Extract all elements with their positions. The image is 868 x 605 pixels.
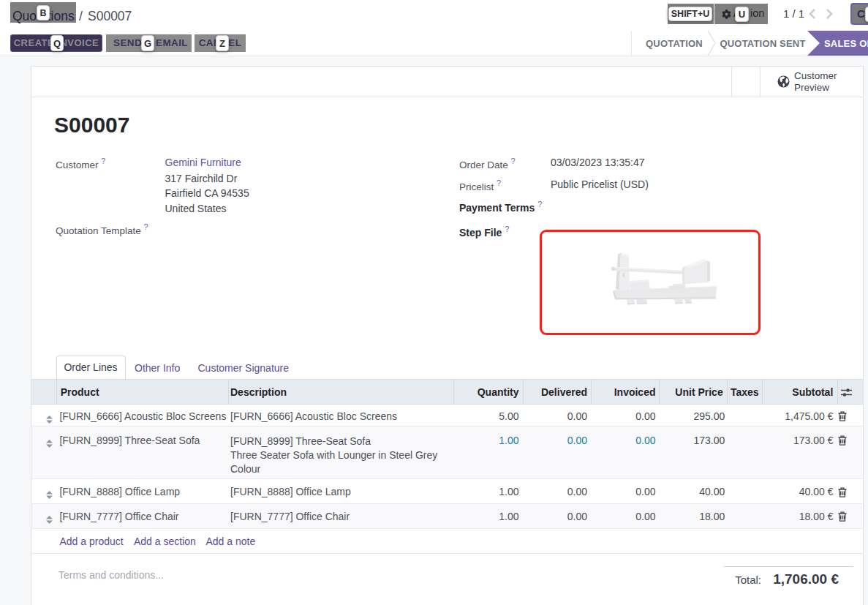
svg-text:QUOTATION SENT: QUOTATION SENT [720,38,805,49]
svg-text:QUOTATION: QUOTATION [646,38,703,49]
svg-text:SALES ORD: SALES ORD [824,38,868,49]
